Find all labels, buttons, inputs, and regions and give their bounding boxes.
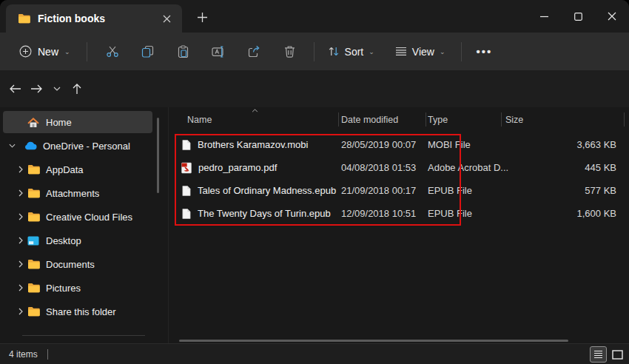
item-count: 4 items: [9, 349, 38, 360]
folder-icon: [27, 164, 40, 175]
folder-icon: [27, 283, 40, 293]
new-plus-icon: [19, 45, 32, 58]
chevron-collapsed-icon[interactable]: [15, 237, 27, 244]
recent-locations-button[interactable]: [47, 78, 67, 99]
view-icon: [395, 47, 407, 56]
toolbar-divider: [314, 42, 314, 61]
sort-button[interactable]: Sort ⌄: [320, 39, 382, 64]
window-controls: [527, 0, 629, 33]
sidebar-item-attachments[interactable]: Attachments: [3, 182, 152, 204]
close-button[interactable]: [595, 0, 629, 33]
sidebar-item-share-this-folder[interactable]: Share this folder: [3, 300, 152, 323]
column-header-name[interactable]: Name: [187, 107, 212, 132]
folder-icon: [27, 212, 40, 222]
status-divider: [47, 349, 48, 360]
sidebar-divider: [22, 335, 145, 336]
sort-icon: [328, 46, 340, 57]
epub-file-icon: [181, 185, 191, 197]
view-button-label: View: [412, 46, 434, 58]
cut-button[interactable]: [98, 39, 127, 64]
rename-button[interactable]: [204, 39, 234, 64]
sidebar-item-creative-cloud-files[interactable]: Creative Cloud Files: [3, 206, 152, 228]
paste-button[interactable]: [169, 39, 198, 64]
chevron-down-icon: ⌄: [440, 49, 445, 55]
view-button[interactable]: View ⌄: [388, 39, 453, 64]
pdf-file-icon: [181, 162, 192, 174]
home-icon: [27, 117, 40, 128]
body-area: Home OneDrive - Personal AppData: [0, 107, 629, 343]
maximize-button[interactable]: [561, 0, 595, 33]
sidebar-item-appdata[interactable]: AppData: [3, 158, 152, 181]
file-row-brothers-karamazov[interactable]: Brothers Karamazov.mobi 28/05/2019 00:07…: [169, 133, 629, 156]
sidebar-item-pictures[interactable]: Pictures: [3, 277, 152, 299]
more-options-button[interactable]: •••: [471, 39, 497, 64]
new-tab-button[interactable]: [194, 9, 210, 25]
chevron-collapsed-icon[interactable]: [15, 213, 27, 220]
file-row-twenty-days-of-turin[interactable]: The Twenty Days of Turin.epub 12/09/2018…: [169, 202, 629, 225]
sort-button-label: Sort: [345, 46, 364, 58]
sidebar-item-desktop[interactable]: Desktop: [3, 229, 152, 252]
explorer-tab[interactable]: Fiction books: [6, 4, 182, 33]
chevron-collapsed-icon[interactable]: [15, 308, 27, 315]
mobi-file-icon: [181, 139, 191, 151]
chevron-collapsed-icon[interactable]: [15, 284, 27, 291]
title-bar: Fiction books: [0, 0, 629, 33]
address-row: « My Stuff (D:) › Nerdschalk › Fiction b…: [0, 70, 629, 107]
chevron-expanded-icon[interactable]: [6, 144, 18, 148]
chevron-down-icon: ⌄: [369, 49, 374, 55]
folder-icon: [27, 306, 40, 317]
up-button[interactable]: [67, 78, 87, 99]
chevron-collapsed-icon[interactable]: [15, 260, 27, 268]
file-list-pane: Name Date modified Type Size: [169, 107, 629, 343]
sort-ascending-icon: [252, 109, 258, 112]
navigation-pane: Home OneDrive - Personal AppData: [0, 107, 169, 343]
column-separator[interactable]: [426, 112, 426, 127]
delete-button[interactable]: [275, 39, 305, 64]
desktop-icon: [27, 236, 40, 246]
command-bar: New ⌄ Sort ⌄: [0, 33, 629, 70]
toolbar-divider: [461, 42, 462, 61]
folder-icon: [27, 188, 40, 198]
onedrive-icon: [24, 141, 37, 150]
column-separator[interactable]: [338, 112, 339, 127]
tab-title: Fiction books: [38, 13, 158, 24]
folder-icon: [27, 259, 40, 269]
column-header-date-modified[interactable]: Date modified: [341, 107, 398, 132]
file-explorer-window: Fiction books New ⌄: [0, 0, 629, 364]
folder-icon: [18, 13, 30, 24]
column-header-size[interactable]: Size: [505, 107, 523, 132]
new-button[interactable]: New ⌄: [12, 39, 78, 64]
column-header-type[interactable]: Type: [428, 107, 448, 132]
toolbar-divider: [87, 42, 87, 61]
tab-close-icon[interactable]: [158, 10, 175, 27]
sidebar-item-documents[interactable]: Documents: [3, 253, 152, 275]
chevron-collapsed-icon[interactable]: [15, 166, 27, 173]
back-button[interactable]: [5, 78, 26, 99]
sidebar-item-onedrive[interactable]: OneDrive - Personal: [3, 135, 152, 157]
file-row-pedro-paramo[interactable]: pedro_paramo.pdf 04/08/2018 01:53 Adobe …: [169, 156, 629, 179]
chevron-collapsed-icon[interactable]: [15, 189, 27, 197]
horizontal-scrollbar[interactable]: [179, 340, 568, 342]
column-separator[interactable]: [624, 112, 625, 127]
ellipsis-icon: •••: [477, 45, 493, 58]
minimize-button[interactable]: [527, 0, 561, 33]
epub-file-icon: [181, 208, 191, 220]
column-separator[interactable]: [501, 112, 502, 127]
sidebar-scrollbar[interactable]: [157, 118, 159, 193]
details-view-button[interactable]: [590, 346, 607, 363]
chevron-down-icon: ⌄: [64, 49, 70, 55]
new-button-label: New: [38, 46, 58, 58]
copy-button[interactable]: [133, 39, 163, 64]
forward-button[interactable]: [26, 78, 47, 99]
file-row-tales-of-ordinary-madness[interactable]: Tales of Ordinary Madness.epub 21/09/201…: [169, 179, 629, 202]
large-icons-view-button[interactable]: [609, 346, 626, 363]
sidebar-item-home[interactable]: Home: [3, 111, 152, 133]
share-button[interactable]: [240, 39, 269, 64]
status-bar: 4 items: [0, 343, 629, 364]
